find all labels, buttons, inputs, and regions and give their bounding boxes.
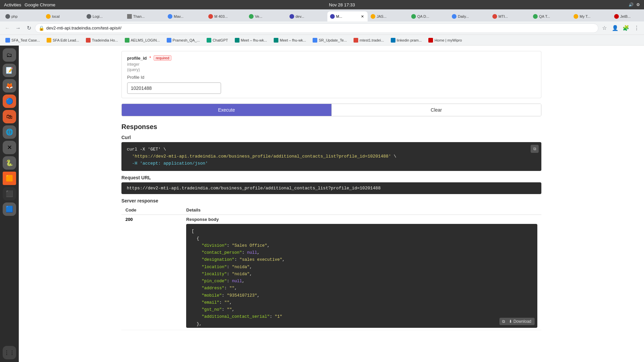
curl-line1: curl -X 'GET' \ 'https://dev2-mti-api.tr… — [127, 147, 396, 166]
param-type-label: integer — [127, 62, 536, 67]
request-url-section: Request URL https://dev2-mti-api.tradein… — [121, 175, 541, 194]
files-icon[interactable]: 🗂 — [3, 48, 16, 62]
activities-label[interactable]: Activities — [4, 2, 21, 7]
tab-daily[interactable]: Daily... — [449, 11, 489, 21]
menu-button[interactable]: ⋮ — [632, 23, 641, 33]
param-asterisk: * — [150, 56, 151, 60]
response-body-title: Response body — [186, 217, 537, 222]
server-response-title: Server response — [121, 198, 541, 203]
tab-jetb[interactable]: JetB... — [611, 11, 644, 21]
tab-my-t[interactable]: My T... — [571, 11, 611, 21]
terminal-icon[interactable]: ⬛ — [3, 187, 16, 200]
request-url-title: Request URL — [121, 175, 541, 180]
apps-icon[interactable]: ⋮⋮ — [3, 346, 16, 359]
navigation-bar: ← → ↻ 🔒 dev2-mti-api.tradeindia.com/test… — [0, 21, 644, 35]
address-text: dev2-mti-api.tradeindia.com/test-apis#/ — [46, 25, 121, 31]
bookmark-linkedin[interactable]: linkedin pram... — [388, 36, 425, 44]
forward-button[interactable]: → — [13, 23, 23, 33]
tab-bar: php local Logi... Than... Mav... M 403..… — [0, 9, 644, 21]
back-button[interactable]: ← — [3, 23, 12, 33]
tab-active[interactable]: M... ✕ — [327, 11, 368, 21]
os-datetime: Nov 28 17:33 — [329, 2, 355, 7]
tab-mav[interactable]: Mav... — [165, 11, 205, 21]
response-code-200: 200 — [121, 215, 182, 330]
tab-m403[interactable]: M 403... — [206, 11, 246, 21]
x-icon[interactable]: ✕ — [3, 141, 16, 154]
bookmark-pramesh[interactable]: Pramesh_QA_... — [164, 36, 203, 44]
bookmark-mywipro[interactable]: Home | myWipro — [426, 36, 465, 44]
os-system-tray: 🔊 ⚙ — [629, 2, 640, 7]
scratchpad-icon[interactable]: 🟧 — [3, 172, 16, 185]
profile-button[interactable]: 👤 — [610, 23, 620, 33]
param-required-badge: required — [154, 55, 171, 61]
text-editor-icon[interactable]: 📝 — [3, 64, 16, 77]
response-table: Code Details 200 Response body — [121, 205, 541, 330]
curl-copy-button[interactable]: ⧉ — [531, 145, 539, 153]
col-details-header: Details — [182, 205, 541, 215]
col-code-header: Code — [121, 205, 182, 215]
request-url-value: https://dev2-mti-api.tradeindia.com/busi… — [121, 182, 541, 194]
chrome-app-label[interactable]: Google Chrome — [24, 2, 55, 7]
tab-dev[interactable]: dev... — [287, 11, 327, 21]
response-details-200: Response body [ { "division": "Sales Off… — [182, 215, 541, 330]
curl-url: 'https://dev2-mti-api.tradeindia.com/bus… — [132, 154, 391, 159]
responses-title: Responses — [121, 123, 541, 131]
execute-button[interactable]: Execute — [122, 104, 331, 116]
tab-mti1[interactable]: MTI... — [490, 11, 530, 21]
chrome-icon[interactable]: 🔵 — [3, 95, 16, 108]
param-name-label: profile_id — [127, 56, 147, 61]
tab-logi[interactable]: Logi... — [84, 11, 124, 21]
responses-section: Responses Curl curl -X 'GET' \ 'https://… — [121, 123, 541, 330]
bookmark-sfa-edit[interactable]: SFA Edit Lead... — [44, 36, 82, 44]
response-json: [ { "division": "Sales Office", "contact… — [192, 229, 285, 328]
tab-than[interactable]: Than... — [124, 11, 165, 21]
ubuntu-software-icon[interactable]: 🛍 — [3, 110, 16, 123]
action-buttons: Execute Clear — [121, 104, 541, 116]
extensions-button[interactable]: 🧩 — [621, 23, 631, 33]
curl-code-block: curl -X 'GET' \ 'https://dev2-mti-api.tr… — [121, 142, 541, 171]
bookmark-mtest1[interactable]: mtest1.tradei... — [351, 36, 387, 44]
chrome-window: php local Logi... Than... Mav... M 403..… — [0, 9, 644, 362]
curl-section: Curl curl -X 'GET' \ 'https://dev2-mti-a… — [121, 135, 541, 171]
bookmark-meet2[interactable]: Meet – fhu-wk... — [271, 36, 309, 44]
download-icon: ⬇ — [509, 319, 512, 324]
bookmark-meet1[interactable]: Meet – fhu-wk... — [232, 36, 270, 44]
address-bar[interactable]: 🔒 dev2-mti-api.tradeindia.com/test-apis#… — [35, 23, 598, 33]
linux-taskbar: 🗂 📝 🦊 🔵 🛍 🌐 ✕ 🐍 🟧 ⬛ 🟦 ⋮⋮ — [0, 46, 19, 362]
reload-button[interactable]: ↻ — [24, 23, 34, 33]
curl-title: Curl — [121, 135, 541, 140]
param-description-text: Profile Id — [127, 75, 536, 80]
response-body-container[interactable]: [ { "division": "Sales Office", "contact… — [186, 224, 537, 328]
firefox-icon[interactable]: 🦊 — [3, 79, 16, 93]
tab-local[interactable]: local — [43, 11, 84, 21]
tab-vel[interactable]: Ve... — [246, 11, 286, 21]
profile-id-input[interactable] — [127, 82, 221, 94]
tab-qa-t[interactable]: QA T... — [530, 11, 571, 21]
bookmarks-bar: SFA_Test Case... SFA Edit Lead... Tradei… — [0, 35, 644, 46]
page-content: profile_id * required integer (query) Pr… — [19, 46, 644, 362]
bookmark-tradeindia[interactable]: Tradeindia Ho... — [83, 36, 121, 44]
tab-qa-d[interactable]: QA D... — [409, 11, 449, 21]
network-icon[interactable]: 🌐 — [3, 125, 16, 139]
response-row-200: 200 Response body [ { "division": "Sale — [121, 215, 541, 330]
download-button[interactable]: ⬇ Download — [505, 318, 535, 325]
clear-button[interactable]: Clear — [331, 104, 541, 116]
pycharm-icon[interactable]: 🐍 — [3, 156, 16, 170]
tab-jas[interactable]: JAS... — [368, 11, 408, 21]
bookmark-aelms[interactable]: AELMS_LOGIN... — [122, 36, 163, 44]
tab-close-active[interactable]: ✕ — [360, 14, 365, 19]
bookmark-button[interactable]: ☆ — [600, 23, 609, 33]
param-query-label: (query) — [127, 67, 536, 72]
tab-php[interactable]: php — [3, 11, 43, 21]
bookmark-chatgpt[interactable]: ChatGPT — [204, 36, 231, 44]
bookmark-sr-update[interactable]: SR_Update_Te... — [310, 36, 350, 44]
curl-header: -H 'accept: application/json' — [132, 161, 208, 166]
content-area: 🗂 📝 🦊 🔵 🛍 🌐 ✕ 🐍 🟧 ⬛ 🟦 ⋮⋮ profile_id * — [0, 46, 644, 362]
server-response-section: Server response Code Details 200 — [121, 198, 541, 330]
intellij-icon[interactable]: 🟦 — [3, 202, 16, 216]
os-topbar: Activities Google Chrome Nov 28 17:33 🔊 … — [0, 0, 644, 9]
bookmark-sfa-test[interactable]: SFA_Test Case... — [3, 36, 43, 44]
parameter-section: profile_id * required integer (query) Pr… — [121, 51, 541, 98]
lock-icon: 🔒 — [39, 25, 44, 31]
